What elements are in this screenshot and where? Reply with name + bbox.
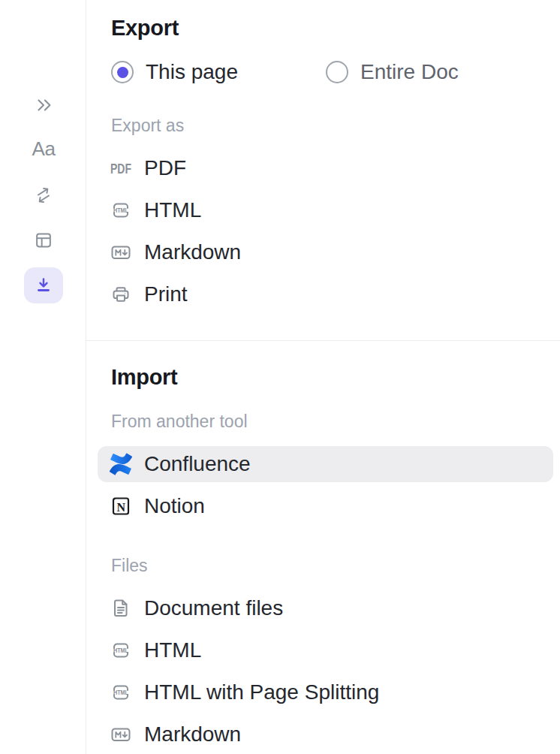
pdf-icon: PDF — [110, 157, 132, 179]
double-chevron-right-icon — [33, 95, 54, 116]
markdown-icon — [110, 723, 132, 746]
notion-icon: N — [110, 495, 132, 517]
svg-text:HTML: HTML — [113, 689, 128, 696]
collapse-panel-button[interactable] — [24, 87, 63, 123]
swap-arrows-icon — [33, 185, 54, 206]
import-tool-label: Notion — [144, 494, 205, 518]
export-as-label: Export as — [111, 116, 184, 136]
svg-text:HTML: HTML — [113, 647, 128, 654]
radio-unselected-icon — [326, 61, 348, 83]
radio-entire-doc-label: Entire Doc — [360, 60, 459, 84]
export-title: Export — [111, 16, 179, 41]
import-tool-label: Confluence — [144, 452, 251, 476]
document-icon — [110, 597, 132, 620]
export-item-pdf[interactable]: PDF PDF — [98, 150, 553, 186]
export-import-panel: Aa — [0, 0, 560, 754]
transfer-button[interactable] — [24, 177, 63, 213]
rail-divider — [86, 0, 86, 754]
import-tool-notion[interactable]: N Notion — [98, 488, 553, 524]
print-icon — [110, 283, 132, 306]
svg-text:N: N — [116, 501, 125, 514]
confluence-icon — [110, 453, 132, 475]
import-tool-confluence[interactable]: Confluence — [98, 446, 553, 482]
radio-this-page-label: This page — [146, 60, 238, 84]
export-item-label: HTML — [144, 198, 201, 222]
section-divider — [86, 340, 560, 341]
svg-text:HTML: HTML — [113, 207, 128, 214]
export-item-label: Markdown — [144, 240, 241, 264]
export-item-label: PDF — [144, 156, 186, 180]
import-file-label: HTML — [144, 638, 201, 662]
text-aa-icon: Aa — [32, 137, 56, 161]
files-label: Files — [111, 556, 148, 576]
import-file-label: Document files — [144, 596, 283, 620]
export-item-label: Print — [144, 282, 188, 306]
export-import-button[interactable] — [24, 267, 63, 303]
import-title: Import — [111, 365, 177, 390]
radio-selected-icon — [111, 61, 134, 83]
import-file-label: HTML with Page Splitting — [144, 680, 379, 704]
import-file-html-page-splitting[interactable]: HTML HTML with Page Splitting — [98, 674, 553, 710]
import-file-label: Markdown — [144, 722, 241, 746]
radio-this-page[interactable]: This page — [111, 60, 238, 84]
export-item-html[interactable]: HTML HTML — [98, 192, 553, 228]
import-file-document-files[interactable]: Document files — [98, 590, 553, 626]
export-item-print[interactable]: Print — [98, 276, 553, 312]
markdown-icon — [110, 241, 132, 264]
layout-button[interactable] — [24, 222, 63, 258]
html-icon: HTML — [110, 199, 132, 222]
download-icon — [32, 274, 55, 297]
import-file-markdown[interactable]: Markdown — [98, 716, 553, 752]
radio-entire-doc[interactable]: Entire Doc — [326, 60, 459, 84]
text-style-button[interactable]: Aa — [24, 131, 63, 167]
svg-text:PDF: PDF — [110, 161, 131, 176]
html-icon: HTML — [110, 639, 132, 662]
html-icon: HTML — [110, 681, 132, 704]
side-icon-rail: Aa — [0, 0, 86, 754]
from-another-tool-label: From another tool — [111, 412, 248, 432]
layout-panel-icon — [33, 230, 54, 251]
import-file-html[interactable]: HTML HTML — [98, 632, 553, 668]
export-item-markdown[interactable]: Markdown — [98, 234, 553, 270]
